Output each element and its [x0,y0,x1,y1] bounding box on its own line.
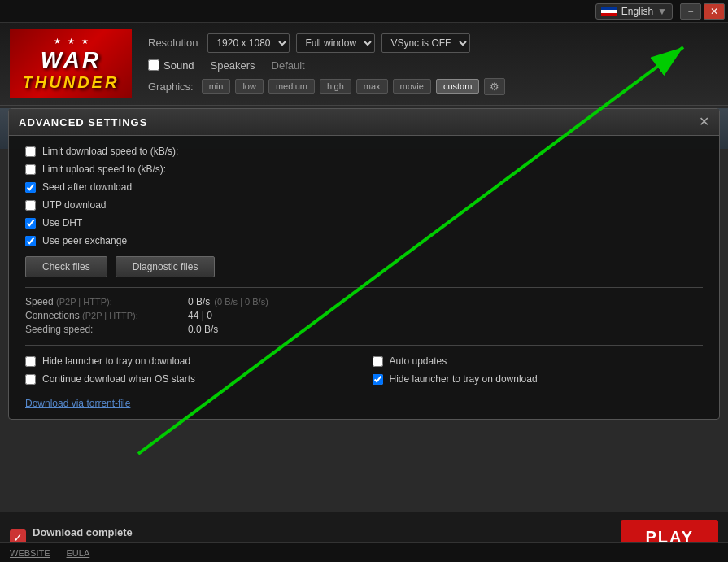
sound-checkbox[interactable] [148,59,159,71]
controls-area: Resolution 1920 x 1080 1280 x 720 1440 x… [148,33,718,95]
speed-sub: (P2P | HTTP): [56,297,112,307]
hide-launcher-tray-label: Hide launcher to tray on download [42,355,190,367]
language-selector[interactable]: English ▼ [595,3,673,20]
speed-stat-row: Speed (P2P | HTTP): 0 B/s (0 B/s | 0 B/s… [25,296,703,307]
continue-download-checkbox[interactable] [25,374,36,385]
graphics-medium-button[interactable]: medium [268,79,315,94]
language-label: English [621,6,653,17]
diagnostic-files-button[interactable]: Diagnostic files [116,256,216,277]
speed-value-extra: (0 B/s | 0 B/s) [214,297,268,307]
advanced-header: ADVANCED SETTINGS ✕ [9,109,719,136]
seed-after-download-checkbox[interactable] [25,182,36,193]
logo-area: ★ ★ ★ WAR THUNDER [10,29,132,98]
seeding-stat-row: Seeding speed: 0.0 B/s [25,324,703,335]
auto-updates-label: Auto updates [390,355,447,367]
hide-launcher-download-row: Hide launcher to tray on download [373,373,704,385]
close-button[interactable]: ✕ [704,3,725,20]
resolution-select[interactable]: 1920 x 1080 1280 x 720 1440 x 900 [207,33,290,53]
peer-exchange-checkbox[interactable] [25,236,36,246]
use-dht-checkbox[interactable] [25,218,36,229]
limit-download-checkbox[interactable] [25,146,36,157]
logo-war: WAR [41,47,101,73]
connections-value: 44 | 0 [188,310,212,321]
default-label: Default [272,59,305,72]
sound-checkbox-wrapper[interactable]: Sound [148,59,194,72]
advanced-content: Limit download speed to (kB/s): Limit up… [9,136,719,419]
hide-launcher-tray-checkbox[interactable] [25,356,36,367]
flag-icon [601,7,617,16]
continue-download-row: Continue download when OS starts [25,373,356,385]
utp-download-label: UTP download [42,199,107,211]
advanced-title: ADVANCED SETTINGS [19,116,147,129]
limit-download-label: Limit download speed to (kB/s): [42,146,178,157]
graphics-gear-button[interactable]: ⚙ [484,78,505,95]
seeding-value: 0.0 B/s [188,324,218,335]
seeding-label: Seeding speed: [25,324,188,335]
setting-utp-download: UTP download [25,199,703,211]
options-col-left: Hide launcher to tray on download Contin… [25,355,356,409]
resolution-label: Resolution [148,37,198,49]
graphics-low-button[interactable]: low [235,79,264,94]
dropdown-arrow-icon: ▼ [657,6,667,17]
panel-close-button[interactable]: ✕ [699,115,709,129]
star-icon: ★ [68,37,75,46]
graphics-max-button[interactable]: max [356,79,388,94]
sound-row: Sound Speakers Default [148,59,718,72]
logo-stars: ★ ★ ★ [54,37,89,46]
action-buttons-row: Check files Diagnostic files [25,256,703,277]
title-bar: English ▼ − ✕ [0,0,728,23]
connections-label: Connections (P2P | HTTP): [25,310,188,321]
speed-value: 0 B/s [188,296,210,307]
check-files-button[interactable]: Check files [25,256,107,277]
vsync-select[interactable]: VSync is OFF VSync is ON [381,33,470,53]
options-section: Hide launcher to tray on download Contin… [25,345,703,409]
sound-label: Sound [163,59,194,72]
auto-updates-checkbox[interactable] [373,356,383,367]
graphics-row: Graphics: min low medium high max movie … [148,78,718,95]
hide-launcher-tray-row: Hide launcher to tray on download [25,355,356,367]
star-icon: ★ [81,37,89,46]
graphics-min-button[interactable]: min [202,79,231,94]
footer-links: WEBSITE EULA [0,542,728,562]
window-mode-select[interactable]: Full window Windowed Fullscreen [296,33,375,53]
download-complete-text: Download complete [33,526,612,538]
setting-limit-upload: Limit upload speed to (kB/s): [25,163,703,175]
continue-download-label: Continue download when OS starts [42,373,195,385]
auto-updates-row: Auto updates [373,355,704,367]
speed-label: Speed (P2P | HTTP): [25,296,188,307]
connections-stat-row: Connections (P2P | HTTP): 44 | 0 [25,310,703,321]
main-area: ★ ★ ★ WAR THUNDER Resolution 1920 x 1080… [0,23,728,562]
use-dht-label: Use DHT [42,217,82,229]
logo-thunder: THUNDER [23,73,120,92]
graphics-movie-button[interactable]: movie [393,79,431,94]
setting-seed-after-download: Seed after download [25,181,703,193]
peer-exchange-label: Use peer exchange [42,235,127,246]
website-link[interactable]: WEBSITE [10,548,50,558]
resolution-row: Resolution 1920 x 1080 1280 x 720 1440 x… [148,33,718,53]
connections-sub: (P2P | HTTP): [82,311,138,320]
eula-link[interactable]: EULA [67,548,90,558]
speakers-label: Speakers [211,59,255,72]
minimize-button[interactable]: − [680,3,701,20]
options-col-right: Auto updates Hide launcher to tray on do… [373,355,704,409]
graphics-custom-button[interactable]: custom [436,79,479,94]
graphics-label: Graphics: [148,81,194,93]
graphics-high-button[interactable]: high [320,79,351,94]
advanced-settings-panel: ADVANCED SETTINGS ✕ Limit download speed… [8,108,720,420]
utp-download-checkbox[interactable] [25,200,36,211]
setting-use-dht: Use DHT [25,217,703,229]
setting-limit-download: Limit download speed to (kB/s): [25,146,703,157]
seed-after-download-label: Seed after download [42,181,132,193]
hide-launcher-download-label: Hide launcher to tray on download [390,373,538,385]
star-icon: ★ [54,37,61,46]
stats-section: Speed (P2P | HTTP): 0 B/s (0 B/s | 0 B/s… [25,287,703,335]
top-section: ★ ★ ★ WAR THUNDER Resolution 1920 x 1080… [0,23,728,106]
limit-upload-checkbox[interactable] [25,164,36,175]
limit-upload-label: Limit upload speed to (kB/s): [42,163,166,175]
hide-launcher-download-checkbox[interactable] [373,374,383,385]
torrent-link[interactable]: Download via torrent-file [25,398,130,409]
setting-peer-exchange: Use peer exchange [25,235,703,246]
